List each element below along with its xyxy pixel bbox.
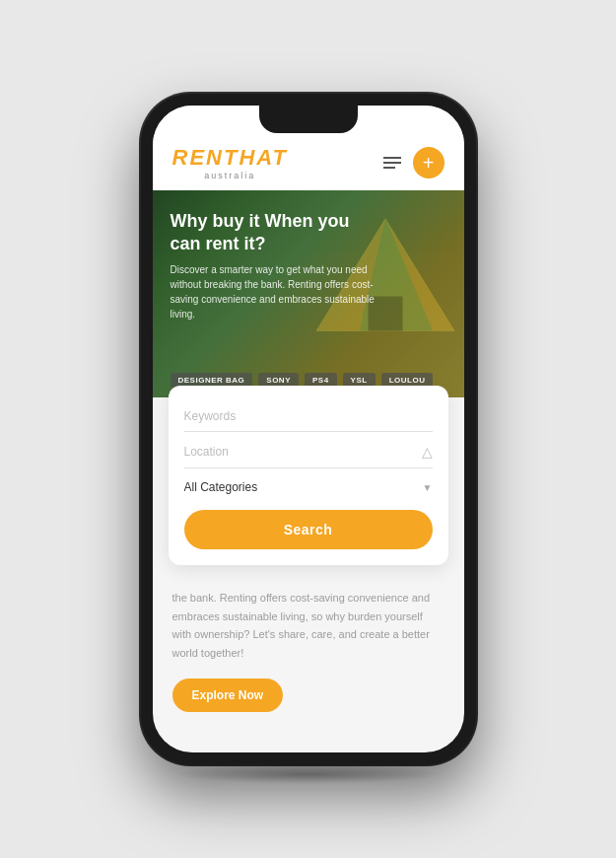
hero-banner: Why buy it When you can rent it? Discove… [153,190,464,397]
hamburger-icon[interactable] [383,157,401,169]
category-select[interactable]: All Categories [184,480,423,494]
category-row: All Categories ▼ [184,472,433,502]
header-actions: + [383,147,445,179]
location-row: △ [184,436,433,468]
logo-area: RENTHAT australia [172,145,288,180]
location-input[interactable] [184,445,422,459]
keywords-input[interactable] [184,401,433,432]
hero-content: Why buy it When you can rent it? Discove… [153,190,464,397]
body-section: the bank. Renting offers cost-saving con… [153,577,464,732]
search-button[interactable]: Search [184,510,433,549]
logo-sub: australia [172,171,288,180]
body-text: the bank. Renting offers cost-saving con… [172,589,445,663]
hero-title: Why buy it When you can rent it? [171,210,368,256]
logo-text: RENTHAT [172,145,288,171]
location-icon: △ [422,444,433,460]
phone-frame: RENTHAT australia + Why buy it [141,94,476,764]
plus-button[interactable]: + [413,147,445,179]
dropdown-arrow-icon: ▼ [423,482,433,493]
search-card: △ All Categories ▼ Search [169,386,448,565]
explore-button[interactable]: Explore Now [172,679,284,712]
header: RENTHAT australia + [153,106,464,190]
phone-screen: RENTHAT australia + Why buy it [153,106,464,752]
hero-subtitle: Discover a smarter way to get what you n… [171,262,387,322]
